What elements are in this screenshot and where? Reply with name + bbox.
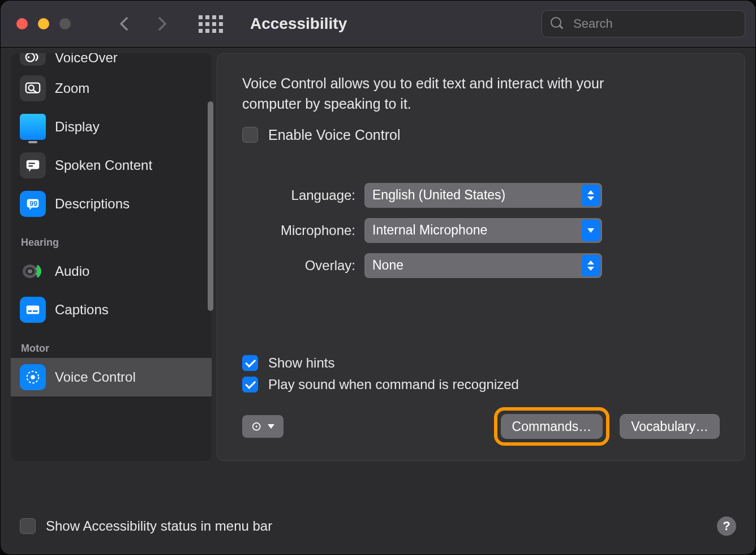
overlay-select[interactable]: None [364, 253, 602, 278]
enable-voice-control-row: Enable Voice Control [242, 127, 720, 143]
updown-arrows-icon [581, 255, 600, 276]
voice-control-panel: Voice Control allows you to edit text an… [217, 53, 745, 461]
window-controls [16, 18, 71, 29]
sidebar-item-label: Spoken Content [55, 157, 152, 173]
close-window-button[interactable] [16, 18, 28, 29]
settings-form: Language: English (United States) Microp… [242, 183, 720, 278]
search-wrap [542, 10, 745, 37]
updown-arrows-icon [581, 185, 600, 206]
microphone-value: Internal Microphone [372, 223, 487, 238]
search-icon [551, 17, 564, 31]
more-options-button[interactable]: ⊙ [242, 415, 284, 438]
svg-rect-15 [33, 310, 37, 312]
sidebar-item-label: Audio [55, 263, 89, 279]
microphone-label: Microphone: [242, 223, 355, 238]
svg-rect-6 [29, 163, 35, 164]
svg-text:99: 99 [29, 200, 37, 208]
sidebar-item-voice-control[interactable]: Voice Control [11, 358, 212, 396]
sidebar-item-spoken-content[interactable]: Spoken Content [11, 146, 212, 185]
sidebar-scrollbar[interactable] [208, 101, 213, 311]
svg-rect-7 [29, 165, 33, 166]
play-sound-checkbox[interactable] [242, 377, 258, 392]
commands-button[interactable]: Commands… [501, 414, 603, 439]
accessibility-window: Accessibility VoiceOver [0, 0, 756, 555]
language-value: English (United States) [372, 187, 505, 203]
show-hints-label: Show hints [268, 355, 334, 371]
nav-arrows [122, 19, 165, 29]
sidebar-item-display[interactable]: Display [11, 108, 212, 146]
search-input[interactable] [542, 10, 745, 37]
sidebar-item-label: Zoom [55, 80, 89, 96]
svg-point-17 [31, 375, 35, 379]
show-all-prefs-button[interactable] [199, 15, 223, 33]
sidebar-item-zoom[interactable]: Zoom [11, 69, 212, 108]
panel-description: Voice Control allows you to edit text an… [242, 73, 650, 114]
microphone-select[interactable]: Internal Microphone [364, 218, 602, 243]
menubar-status-label: Show Accessibility status in menu bar [46, 518, 272, 534]
play-sound-label: Play sound when command is recognized [268, 377, 519, 392]
language-label: Language: [242, 187, 355, 203]
commands-highlight: Commands… [494, 407, 610, 446]
svg-rect-14 [28, 310, 32, 312]
sidebar-group-hearing: Hearing [11, 223, 212, 252]
sidebar-item-label: Voice Control [55, 369, 136, 385]
display-icon [20, 114, 46, 140]
zoom-icon [20, 75, 46, 101]
menubar-status-checkbox[interactable] [20, 518, 36, 534]
sidebar-item-captions[interactable]: Captions [11, 291, 212, 329]
descriptions-icon: 99 [20, 191, 46, 217]
sidebar-group-motor: Motor [11, 329, 212, 358]
minimize-window-button[interactable] [38, 18, 49, 29]
ellipsis-icon: ⊙ [251, 419, 262, 434]
audio-icon [20, 258, 46, 284]
voice-control-icon [20, 364, 46, 390]
voiceover-icon [20, 53, 46, 66]
overlay-label: Overlay: [242, 258, 355, 274]
sidebar-wrap: VoiceOver Zoom Display [1, 48, 216, 506]
vocabulary-button[interactable]: Vocabulary… [620, 414, 720, 439]
chevron-down-icon [581, 220, 600, 241]
language-select[interactable]: English (United States) [364, 183, 602, 208]
pane-title: Accessibility [250, 15, 347, 33]
sidebar[interactable]: VoiceOver Zoom Display [11, 53, 212, 461]
chevron-down-icon [268, 424, 274, 429]
titlebar: Accessibility [1, 1, 755, 48]
sidebar-item-label: VoiceOver [55, 53, 118, 66]
svg-rect-5 [27, 160, 40, 169]
overlay-value: None [372, 258, 403, 273]
enable-voice-control-label: Enable Voice Control [268, 127, 400, 143]
spoken-content-icon [20, 152, 46, 178]
sidebar-item-label: Display [55, 119, 100, 135]
svg-point-0 [26, 53, 35, 62]
svg-rect-13 [27, 306, 40, 314]
sidebar-item-voiceover[interactable]: VoiceOver [11, 53, 212, 69]
captions-icon [20, 297, 46, 323]
main: Voice Control allows you to edit text an… [216, 48, 755, 506]
show-hints-checkbox[interactable] [242, 355, 258, 371]
forward-button[interactable] [152, 16, 166, 31]
footer: Show Accessibility status in menu bar ? [1, 506, 755, 546]
maximize-window-button[interactable] [59, 18, 71, 29]
hints-block: Show hints Play sound when command is re… [242, 355, 519, 398]
back-button[interactable] [119, 16, 134, 31]
help-button[interactable]: ? [717, 516, 736, 536]
body: VoiceOver Zoom Display [1, 48, 755, 506]
sidebar-item-audio[interactable]: Audio [11, 252, 212, 291]
svg-point-12 [28, 270, 32, 274]
panel-bottom-row: ⊙ Commands… Vocabulary… [242, 407, 720, 446]
sidebar-item-descriptions[interactable]: 99 Descriptions [11, 185, 212, 223]
enable-voice-control-checkbox[interactable] [242, 127, 258, 143]
sidebar-item-label: Descriptions [55, 196, 130, 212]
svg-point-1 [28, 56, 30, 58]
sidebar-item-label: Captions [55, 302, 109, 318]
